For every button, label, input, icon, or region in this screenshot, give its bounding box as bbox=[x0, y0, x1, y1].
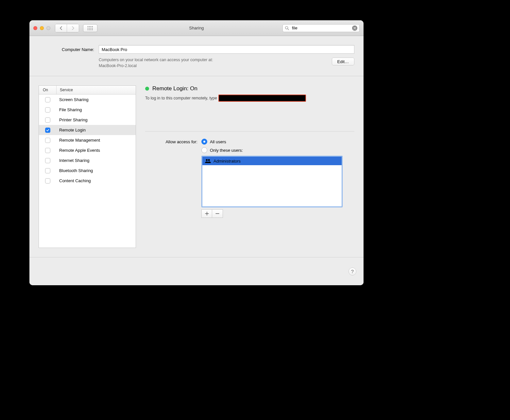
chevron-left-icon bbox=[59, 26, 63, 30]
back-button[interactable] bbox=[55, 24, 67, 32]
service-name: Content Caching bbox=[57, 178, 136, 183]
svg-rect-3 bbox=[92, 26, 93, 27]
service-detail: Remote Login: On To log in to this compu… bbox=[145, 85, 354, 248]
svg-rect-11 bbox=[92, 29, 93, 30]
titlebar: Sharing bbox=[29, 20, 364, 36]
svg-rect-7 bbox=[92, 28, 93, 28]
status-description: To log in to this computer remotely, typ… bbox=[145, 95, 354, 102]
service-checkbox[interactable] bbox=[45, 128, 50, 133]
status-title: Remote Login: On bbox=[152, 85, 197, 92]
svg-rect-10 bbox=[91, 29, 91, 30]
services-header: On Service bbox=[39, 86, 136, 95]
svg-point-12 bbox=[285, 26, 288, 29]
service-name: Bluetooth Sharing bbox=[57, 168, 136, 173]
show-all-button[interactable] bbox=[83, 24, 97, 32]
chevron-right-icon bbox=[71, 26, 75, 30]
service-checkbox[interactable] bbox=[45, 97, 50, 102]
radio-only-users[interactable]: Only these users: bbox=[201, 147, 354, 153]
svg-point-14 bbox=[206, 159, 208, 161]
grid-icon bbox=[88, 26, 93, 30]
plus-icon bbox=[205, 212, 209, 216]
forward-button[interactable] bbox=[67, 24, 79, 32]
minimize-window-button[interactable] bbox=[40, 26, 44, 30]
preferences-window: Sharing Computer Name: Computers on your… bbox=[29, 20, 364, 285]
computer-name-section: Computer Name: Computers on your local n… bbox=[29, 36, 364, 76]
service-row[interactable]: Screen Sharing bbox=[39, 95, 136, 105]
computer-name-input[interactable] bbox=[99, 45, 354, 54]
minus-icon bbox=[215, 212, 219, 216]
service-row[interactable]: Printer Sharing bbox=[39, 115, 136, 125]
computer-name-label: Computer Name: bbox=[39, 47, 94, 52]
add-user-button[interactable] bbox=[202, 210, 212, 218]
services-header-on[interactable]: On bbox=[39, 86, 57, 94]
user-list[interactable]: Administrators bbox=[201, 156, 343, 207]
svg-rect-2 bbox=[91, 26, 91, 27]
svg-point-15 bbox=[208, 159, 210, 161]
nav-back-forward bbox=[55, 24, 79, 32]
service-checkbox[interactable] bbox=[45, 148, 50, 153]
status-indicator-icon bbox=[145, 87, 149, 91]
service-row[interactable]: Remote Management bbox=[39, 135, 136, 145]
service-name: Printer Sharing bbox=[57, 117, 136, 122]
service-checkbox[interactable] bbox=[45, 158, 50, 163]
service-checkbox[interactable] bbox=[45, 107, 50, 113]
service-checkbox[interactable] bbox=[45, 138, 50, 143]
service-row[interactable]: Remote Apple Events bbox=[39, 145, 136, 155]
radio-only-users-label: Only these users: bbox=[210, 148, 243, 153]
service-name: Screen Sharing bbox=[57, 97, 136, 102]
users-icon bbox=[205, 159, 211, 163]
service-row[interactable]: File Sharing bbox=[39, 105, 136, 115]
services-header-service[interactable]: Service bbox=[57, 86, 136, 94]
user-name: Administrators bbox=[213, 159, 241, 164]
svg-line-13 bbox=[288, 28, 289, 29]
help-button[interactable]: ? bbox=[348, 268, 356, 275]
service-name: Remote Management bbox=[57, 138, 136, 143]
close-window-button[interactable] bbox=[33, 26, 37, 30]
footer: ? bbox=[29, 257, 364, 285]
service-row[interactable]: Remote Login bbox=[39, 125, 136, 135]
service-checkbox[interactable] bbox=[45, 168, 50, 173]
service-name: File Sharing bbox=[57, 107, 136, 112]
computer-name-description: Computers on your local network can acce… bbox=[99, 57, 327, 69]
svg-rect-0 bbox=[88, 26, 88, 27]
radio-only-users-input[interactable] bbox=[201, 147, 207, 153]
svg-rect-9 bbox=[89, 29, 90, 30]
service-row[interactable]: Content Caching bbox=[39, 176, 136, 186]
window-controls bbox=[33, 26, 50, 30]
remove-user-button[interactable] bbox=[212, 210, 223, 218]
svg-rect-1 bbox=[89, 26, 90, 27]
check-icon bbox=[46, 129, 49, 132]
service-checkbox[interactable] bbox=[45, 117, 50, 123]
service-name: Remote Apple Events bbox=[57, 148, 136, 153]
service-checkbox[interactable] bbox=[45, 178, 50, 184]
svg-rect-4 bbox=[88, 28, 88, 28]
access-section: Allow access for: All users Only these u… bbox=[145, 139, 354, 218]
svg-rect-6 bbox=[91, 28, 91, 28]
services-table: On Service Screen SharingFile SharingPri… bbox=[39, 85, 136, 248]
access-label: Allow access for: bbox=[145, 139, 197, 144]
status-row: Remote Login: On bbox=[145, 85, 354, 92]
user-add-remove bbox=[201, 209, 223, 218]
clear-search-button[interactable] bbox=[352, 26, 357, 31]
service-name: Internet Sharing bbox=[57, 158, 136, 163]
svg-rect-5 bbox=[89, 28, 90, 28]
search-field[interactable] bbox=[282, 24, 360, 32]
divider bbox=[145, 131, 354, 131]
radio-all-users-label: All users bbox=[210, 139, 226, 144]
service-row[interactable]: Bluetooth Sharing bbox=[39, 166, 136, 176]
x-icon bbox=[353, 27, 356, 29]
service-row[interactable]: Internet Sharing bbox=[39, 155, 136, 166]
main-content: On Service Screen SharingFile SharingPri… bbox=[29, 76, 364, 257]
redacted-ssh-command bbox=[218, 95, 306, 102]
zoom-window-button[interactable] bbox=[46, 26, 50, 30]
svg-rect-8 bbox=[88, 29, 88, 30]
radio-all-users-input[interactable] bbox=[201, 139, 207, 145]
user-list-item[interactable]: Administrators bbox=[202, 157, 342, 165]
service-name: Remote Login bbox=[57, 128, 136, 132]
radio-all-users[interactable]: All users bbox=[201, 139, 354, 145]
search-icon bbox=[285, 26, 289, 30]
edit-button[interactable]: Edit… bbox=[332, 58, 354, 65]
search-input[interactable] bbox=[291, 25, 350, 31]
